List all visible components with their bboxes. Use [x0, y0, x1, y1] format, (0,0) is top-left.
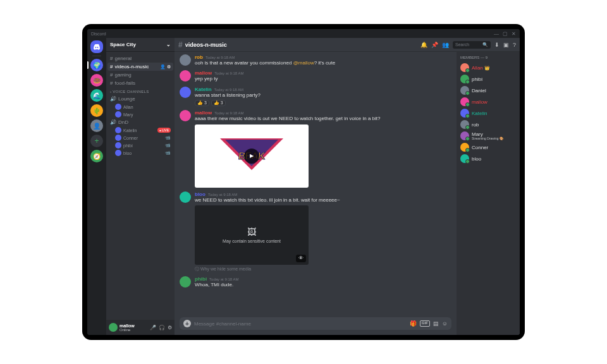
server-icon[interactable]: 🌍 — [90, 59, 103, 71]
main-area: # videos-n-music 🔔 📌 👥 Search 🔍 ⬇ ▣ ? — [175, 38, 520, 335]
reaction[interactable]: 👍 3 — [195, 100, 209, 106]
attach-button[interactable]: + — [183, 320, 191, 327]
member-item[interactable]: Allan 👑 — [460, 62, 516, 73]
settings-icon[interactable]: ⚙ — [168, 325, 172, 331]
member-item[interactable]: Katelin — [460, 107, 516, 119]
voice-user[interactable]: phibi📹 — [107, 142, 173, 149]
server-icon[interactable]: 🌵 — [90, 104, 103, 117]
add-server-button[interactable]: + — [90, 135, 103, 147]
update-icon[interactable]: ▣ — [503, 42, 509, 48]
avatar[interactable] — [180, 191, 191, 203]
server-rail: 🌍 🍩 🌊 🌵 👤 + 🧭 — [87, 38, 106, 335]
author-name[interactable]: rob — [195, 54, 203, 60]
author-name[interactable]: Katelin — [195, 87, 212, 92]
member-item[interactable]: MaryStreaming Drawing 🎨 — [460, 130, 516, 142]
channel-name: gaming — [114, 72, 131, 78]
voice-user[interactable]: Mary — [107, 111, 173, 118]
gif-button[interactable]: GIF — [420, 320, 430, 327]
author-name[interactable]: phibi — [195, 276, 207, 282]
help-icon[interactable]: ? — [513, 42, 516, 48]
crown-icon: 👑 — [484, 66, 490, 70]
gear-icon[interactable]: ⚙ — [167, 64, 171, 70]
members-toggle-icon[interactable]: 👥 — [442, 42, 449, 48]
video-embed[interactable]: BEAK ▶ — [195, 124, 309, 188]
message-text: we NEED to watch this txt video. ill joi… — [195, 197, 451, 203]
avatar[interactable] — [180, 54, 191, 66]
search-input[interactable]: Search 🔍 — [453, 41, 491, 49]
spoiler-embed[interactable]: 🖼 May contain sensitive content 👁 — [195, 205, 309, 265]
username: bloo — [123, 151, 132, 155]
channel-name: food-fails — [114, 80, 135, 86]
minimize-button[interactable]: — — [494, 31, 499, 37]
member-name: Allan — [472, 65, 483, 71]
server-icon[interactable]: 🌊 — [90, 89, 103, 102]
members-header: MEMBERS — 9 — [460, 56, 516, 59]
mute-icon[interactable]: 🎤 — [150, 325, 156, 331]
self-username: mallow — [120, 324, 135, 328]
voice-user[interactable]: Allan — [107, 103, 173, 111]
text-channel[interactable]: #food-fails — [107, 79, 173, 87]
member-item[interactable]: bloo — [460, 153, 516, 164]
message-composer[interactable]: + Message #channel-name 🎁 GIF ▤ ☺ — [180, 317, 451, 330]
video-icon: 📹 — [165, 135, 171, 140]
avatar — [460, 63, 469, 72]
close-button[interactable]: ✕ — [512, 31, 516, 37]
text-channel[interactable]: #general — [107, 54, 173, 63]
message: robToday at 9:18 AMooh is that a new ava… — [180, 54, 451, 66]
pin-icon[interactable]: 📌 — [431, 42, 438, 48]
timestamp: Today at 9:18 AM — [214, 111, 243, 115]
avatar[interactable] — [180, 276, 191, 288]
play-icon[interactable]: ▶ — [244, 149, 259, 164]
voice-category-header[interactable]: › VOICE CHANNELS — [107, 87, 173, 95]
member-item[interactable]: mallow — [460, 96, 516, 107]
live-badge: ● LIVE — [157, 128, 171, 133]
deafen-icon[interactable]: 🎧 — [159, 325, 165, 331]
member-item[interactable]: Daniel — [460, 85, 516, 96]
avatar — [460, 97, 469, 106]
member-item[interactable]: rob — [460, 119, 516, 130]
author-name[interactable]: mallow — [195, 70, 212, 76]
server-icon[interactable]: 👤 — [90, 119, 103, 132]
server-icon[interactable]: 🍩 — [90, 74, 103, 87]
voice-user[interactable]: Conner📹 — [107, 134, 173, 142]
mention[interactable]: @mallow — [293, 60, 314, 66]
channel-title: videos-n-music — [185, 42, 227, 48]
speaker-icon: 🔊 — [110, 96, 116, 102]
avatar[interactable] — [180, 87, 191, 98]
voice-user[interactable]: Katelin● LIVE — [107, 126, 173, 134]
member-name: phibi — [472, 76, 482, 82]
reaction[interactable]: 👍 3 — [211, 100, 226, 106]
member-item[interactable]: phibi — [460, 73, 516, 85]
notifications-icon[interactable]: 🔔 — [420, 42, 427, 48]
voice-channel[interactable]: 🔊Lounge — [107, 95, 173, 103]
invite-icon[interactable]: 👤 — [160, 64, 166, 70]
message: phibiToday at 9:18 AMWhoa, TMI dude. — [180, 276, 451, 288]
avatar[interactable] — [180, 70, 191, 82]
voice-channel[interactable]: 🔊DnD — [107, 118, 173, 126]
channel-name: videos-n-music — [114, 64, 149, 70]
gift-icon[interactable]: 🎁 — [410, 320, 417, 327]
video-icon: 📹 — [165, 143, 171, 148]
text-channel[interactable]: #gaming — [107, 71, 173, 79]
avatar[interactable] — [109, 323, 118, 332]
voice-user[interactable]: bloo📹 — [107, 149, 173, 157]
author-name[interactable]: bloo — [195, 191, 205, 197]
sticker-icon[interactable]: ▤ — [433, 320, 439, 327]
reveal-button[interactable]: 👁 — [296, 255, 306, 262]
hide-media-note[interactable]: ⓘ Why we hide some media — [195, 266, 451, 272]
member-item[interactable]: Conner — [460, 142, 516, 153]
home-button[interactable] — [90, 40, 103, 53]
speaker-icon: 🔊 — [110, 119, 116, 125]
maximize-button[interactable]: ▢ — [503, 31, 508, 37]
explore-servers-button[interactable]: 🧭 — [90, 150, 103, 162]
author-name[interactable]: mallow — [195, 110, 212, 116]
user-panel: mallow Online 🎤 🎧 ⚙ — [106, 320, 175, 335]
inbox-icon[interactable]: ⬇ — [494, 42, 500, 48]
rail-separator — [92, 56, 101, 56]
member-name: Daniel — [472, 88, 486, 94]
avatar[interactable] — [180, 110, 191, 121]
member-name: Conner — [472, 145, 488, 150]
emoji-icon[interactable]: ☺ — [442, 320, 448, 327]
server-header[interactable]: Space City ⌄ — [106, 38, 175, 52]
text-channel[interactable]: #videos-n-music👤⚙ — [107, 63, 173, 71]
